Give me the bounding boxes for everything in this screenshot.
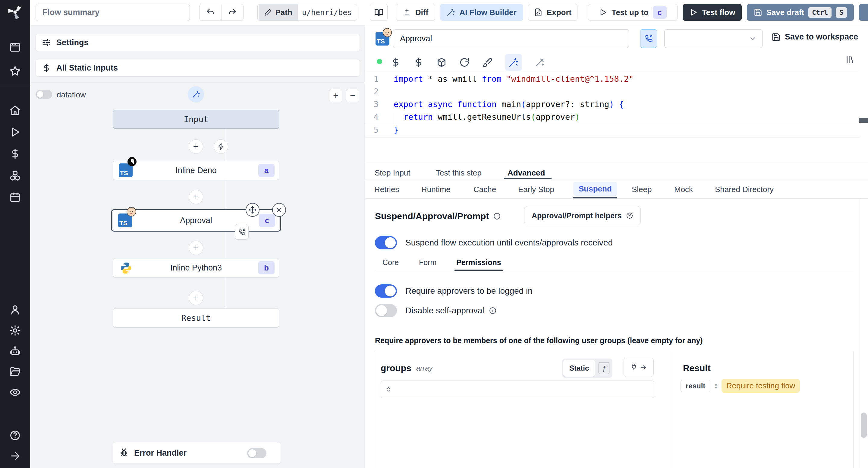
ai-graph-wand-button[interactable]: [188, 86, 204, 103]
test-up-to-button[interactable]: Test up to c: [588, 4, 678, 21]
wand-off-icon[interactable]: [535, 57, 545, 67]
sidebar-item-home[interactable]: [0, 102, 30, 119]
tab-cache[interactable]: Cache: [473, 185, 496, 194]
resources-icon[interactable]: [413, 57, 424, 67]
result-preview-title: Result: [683, 363, 711, 373]
flow-summary-input[interactable]: [36, 4, 190, 21]
error-handler-card[interactable]: Error Handler: [113, 442, 281, 464]
result-node[interactable]: Result: [113, 308, 279, 327]
sidebar-item-help[interactable]: [0, 427, 30, 444]
deno-step-node[interactable]: TS Inline Deno a: [113, 161, 279, 180]
ai-gen-button[interactable]: [505, 54, 522, 71]
tab-form[interactable]: Form: [419, 258, 436, 267]
editor-scrollbar-thumb[interactable]: [859, 118, 868, 123]
overflow-button-partial[interactable]: [859, 4, 868, 21]
suspend-enable-toggle[interactable]: [375, 236, 397, 250]
zap-icon: [217, 143, 224, 150]
python-step-node[interactable]: Inline Python3 b: [113, 258, 279, 277]
save-to-workspace-label: Save to workspace: [785, 32, 858, 41]
scrollbar-thumb[interactable]: [861, 412, 867, 438]
undo-button[interactable]: [199, 4, 221, 21]
delete-step-button[interactable]: [272, 203, 286, 217]
sidebar-item-folders[interactable]: [0, 363, 30, 380]
reload-icon[interactable]: [459, 57, 470, 67]
tab-test-this-step[interactable]: Test this step: [436, 168, 482, 178]
code-line-3: export async function main(approver?: st…: [394, 99, 624, 109]
approval-prompt-helpers-button[interactable]: Approval/Prompt helpers: [524, 206, 641, 225]
result-key-chip[interactable]: result: [681, 380, 710, 392]
chevrons-up-down-icon: [385, 386, 392, 392]
sidebar-item-variables[interactable]: [0, 145, 30, 162]
approval-step-node-selected[interactable]: TS Approval c: [111, 209, 281, 232]
add-trigger-button[interactable]: [214, 139, 228, 154]
path-button[interactable]: Path u/henri/bes: [257, 4, 357, 21]
diff-button[interactable]: Diff: [396, 4, 435, 21]
input-node[interactable]: Input: [113, 110, 279, 129]
tabbar-divider: [375, 271, 854, 271]
sidebar-item-apps[interactable]: [0, 39, 30, 56]
connect-input-button[interactable]: [624, 358, 654, 377]
static-mode-button[interactable]: Static: [563, 360, 595, 377]
export-button[interactable]: Export: [528, 4, 578, 21]
kbd-ctrl: Ctrl: [808, 7, 832, 18]
move-step-handle[interactable]: [246, 203, 259, 217]
tab-runtime[interactable]: Runtime: [421, 185, 451, 194]
format-brush-icon[interactable]: [482, 57, 493, 67]
save-to-workspace-button[interactable]: Save to workspace: [772, 32, 858, 41]
windmill-logo[interactable]: [0, 4, 30, 21]
result-node-label: Result: [113, 313, 279, 323]
save-draft-button[interactable]: Save draft Ctrl S: [747, 4, 854, 21]
tab-suspend[interactable]: Suspend: [573, 182, 617, 196]
flow-settings-button[interactable]: Settings: [36, 34, 360, 51]
sidebar-expand-button[interactable]: [0, 447, 30, 464]
plus-icon: [192, 143, 199, 150]
redo-button[interactable]: [221, 4, 244, 21]
package-icon[interactable]: [436, 57, 447, 67]
suspend-step-indicator[interactable]: [235, 224, 249, 240]
sidebar-item-workers[interactable]: [0, 343, 30, 360]
tab-early-stop[interactable]: Early Stop: [518, 185, 554, 194]
test-flow-button[interactable]: Test flow: [683, 4, 742, 21]
suspend-indicator-button[interactable]: [640, 29, 657, 48]
sidebar-item-runs[interactable]: [0, 124, 30, 141]
error-handler-toggle[interactable]: [247, 448, 267, 458]
zoom-in-button[interactable]: +: [329, 89, 342, 102]
sidebar-item-audit-logs[interactable]: [0, 384, 30, 401]
groups-value-input[interactable]: [381, 381, 654, 398]
save-icon: [772, 33, 781, 41]
app-window-icon: [9, 41, 21, 53]
add-step-button-3[interactable]: [189, 241, 203, 255]
add-step-button-1[interactable]: [189, 139, 203, 154]
variables-icon[interactable]: [391, 57, 401, 67]
ai-flow-builder-button[interactable]: AI Flow Builder: [440, 4, 523, 21]
disable-self-approval-toggle[interactable]: [375, 304, 397, 317]
tab-sleep[interactable]: Sleep: [632, 185, 652, 194]
dataflow-toggle[interactable]: [36, 90, 52, 99]
step-name-input[interactable]: [393, 29, 629, 48]
sidebar-item-resources[interactable]: [0, 167, 30, 184]
add-step-button-2[interactable]: [189, 190, 203, 204]
all-static-inputs-button[interactable]: All Static Inputs: [36, 59, 360, 77]
tab-mock[interactable]: Mock: [674, 185, 693, 194]
tab-retries[interactable]: Retries: [374, 185, 399, 194]
save-icon: [754, 8, 762, 17]
python-step-label: Inline Python3: [113, 263, 279, 272]
library-icon[interactable]: [845, 55, 855, 64]
fx-mode-button[interactable]: f: [597, 360, 611, 377]
tab-step-input[interactable]: Step Input: [375, 168, 410, 178]
tab-permissions[interactable]: Permissions: [456, 258, 501, 267]
sidebar-item-favorites[interactable]: [0, 63, 30, 80]
tab-advanced[interactable]: Advanced: [507, 168, 545, 178]
sidebar-item-users[interactable]: [0, 301, 30, 318]
tab-core[interactable]: Core: [382, 258, 399, 267]
zoom-out-button[interactable]: −: [346, 89, 359, 102]
sidebar-item-schedules[interactable]: [0, 189, 30, 206]
require-login-toggle[interactable]: [375, 284, 397, 298]
calendar-icon: [9, 192, 21, 203]
docs-button[interactable]: [370, 4, 388, 21]
tab-shared-directory[interactable]: Shared Directory: [715, 185, 774, 194]
user-icon: [9, 304, 21, 315]
add-step-button-4[interactable]: [189, 291, 203, 305]
script-version-select[interactable]: [664, 29, 763, 48]
sidebar-item-settings[interactable]: [0, 322, 30, 339]
